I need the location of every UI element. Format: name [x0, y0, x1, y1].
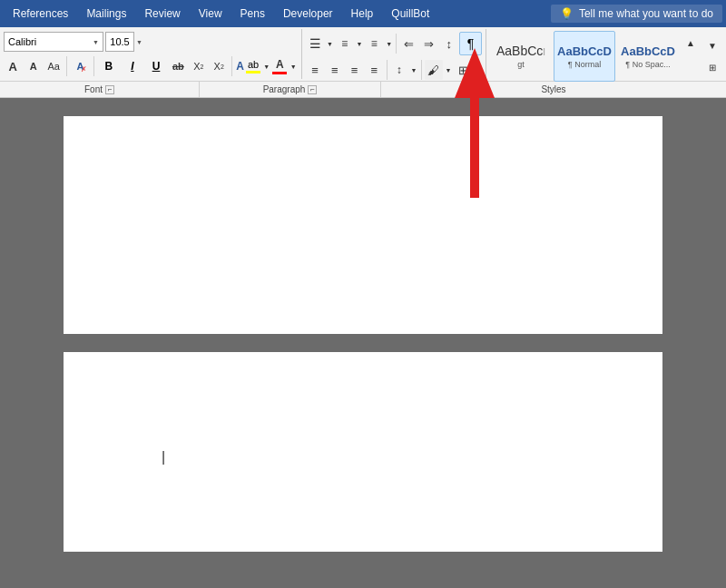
sort-button[interactable]: ↕ — [439, 34, 458, 54]
paragraph-label: Paragraph ⌐ — [200, 82, 381, 97]
document-page-1[interactable] — [64, 116, 662, 334]
paragraph-expand-icon[interactable]: ⌐ — [308, 85, 317, 94]
highlight-color-button[interactable]: ab — [246, 59, 260, 74]
menu-developer[interactable]: Developer — [274, 3, 342, 24]
ribbon: Calibri ▼ 10.5 ▼ A A Aa A ✗ — [0, 27, 726, 98]
numbering-dropdown[interactable]: ▼ — [355, 34, 364, 54]
shrink-font-button[interactable]: A — [24, 56, 42, 76]
styles-expand[interactable]: ⊞ — [702, 57, 722, 77]
text-cursor: | — [162, 449, 163, 466]
line-spacing-dropdown[interactable]: ▼ — [409, 60, 417, 80]
change-case-button[interactable]: Aa — [44, 56, 63, 76]
document-area: | — [0, 98, 726, 586]
dropdown-arrow-highlight[interactable]: ▼ — [262, 56, 270, 76]
shading-button[interactable]: 🖌 — [425, 60, 444, 80]
bullets-dropdown[interactable]: ▼ — [326, 34, 335, 54]
align-right-button[interactable]: ≡ — [345, 60, 364, 80]
text-effects-button[interactable]: A — [236, 60, 244, 73]
font-size-dropdown-arrow[interactable]: ▼ — [136, 39, 142, 45]
menu-review[interactable]: Review — [135, 3, 189, 24]
menu-bar: References Mailings Review View Pens Dev… — [0, 0, 726, 27]
style-tile-gt[interactable]: AaBbCcI gt — [490, 31, 552, 82]
multilevel-button[interactable]: ≡ — [365, 34, 384, 54]
line-spacing-button[interactable]: ↕ — [390, 60, 409, 80]
increase-indent-button[interactable]: ⇒ — [419, 34, 438, 54]
bullets-button[interactable]: ☰ — [306, 34, 325, 54]
lightbulb-icon: 💡 — [560, 7, 574, 20]
borders-button[interactable]: ⊞ — [454, 60, 473, 80]
align-left-button[interactable]: ≡ — [306, 60, 325, 80]
font-section: Calibri ▼ 10.5 ▼ A A Aa A ✗ — [0, 29, 302, 79]
font-name-box[interactable]: Calibri ▼ — [4, 32, 103, 52]
menu-mailings[interactable]: Mailings — [77, 3, 135, 24]
menu-pens[interactable]: Pens — [231, 3, 274, 24]
show-formatting-button[interactable]: ¶ — [459, 32, 482, 55]
menu-quillbot[interactable]: QuillBot — [382, 3, 438, 24]
justify-button[interactable]: ≡ — [365, 60, 384, 80]
font-color-button[interactable]: A — [272, 58, 287, 74]
shading-dropdown[interactable]: ▼ — [444, 60, 452, 80]
tell-me-box[interactable]: 💡 Tell me what you want to do — [551, 5, 722, 23]
font-label: Font ⌐ — [0, 82, 200, 97]
styles-label: Styles — [381, 82, 726, 97]
borders-dropdown[interactable]: ▼ — [474, 60, 482, 80]
italic-button[interactable]: I — [122, 56, 143, 76]
subscript-button[interactable]: X2 — [190, 56, 208, 76]
styles-section: AaBbCcI gt AaBbCcD ¶ Normal AaBbCcD ¶ No… — [486, 29, 726, 79]
style-tile-nospace[interactable]: AaBbCcD ¶ No Spac... — [617, 31, 679, 82]
tell-me-text: Tell me what you want to do — [579, 7, 713, 20]
menu-help[interactable]: Help — [342, 3, 383, 24]
font-name-dropdown-arrow[interactable]: ▼ — [93, 39, 99, 45]
styles-scroll-up[interactable]: ▲ — [681, 33, 701, 53]
bold-button[interactable]: B — [98, 56, 120, 76]
styles-scroll-down[interactable]: ▼ — [702, 35, 722, 55]
menu-references[interactable]: References — [4, 3, 77, 24]
style-tile-normal[interactable]: AaBbCcD ¶ Normal — [554, 31, 615, 82]
multilevel-dropdown[interactable]: ▼ — [385, 34, 394, 54]
dropdown-arrow-fontcolor[interactable]: ▼ — [289, 56, 297, 76]
superscript-button[interactable]: X2 — [210, 56, 228, 76]
underline-button[interactable]: U — [145, 56, 167, 76]
numbering-button[interactable]: ≡ — [335, 34, 354, 54]
grow-font-button[interactable]: A — [4, 56, 22, 76]
font-expand-icon[interactable]: ⌐ — [105, 85, 114, 94]
clear-formatting-button[interactable]: A ✗ — [71, 56, 89, 76]
paragraph-section: ☰ ▼ ≡ ▼ ≡ ▼ ⇐ ⇒ ↕ ¶ ≡ ≡ ≡ ≡ ↕ ▼ — [302, 29, 486, 79]
menu-view[interactable]: View — [190, 3, 231, 24]
align-center-button[interactable]: ≡ — [325, 60, 344, 80]
decrease-indent-button[interactable]: ⇐ — [399, 34, 418, 54]
document-page-2[interactable]: | — [64, 352, 662, 552]
font-size-box[interactable]: 10.5 — [105, 32, 134, 52]
strikethrough-button[interactable]: ab — [169, 56, 187, 76]
